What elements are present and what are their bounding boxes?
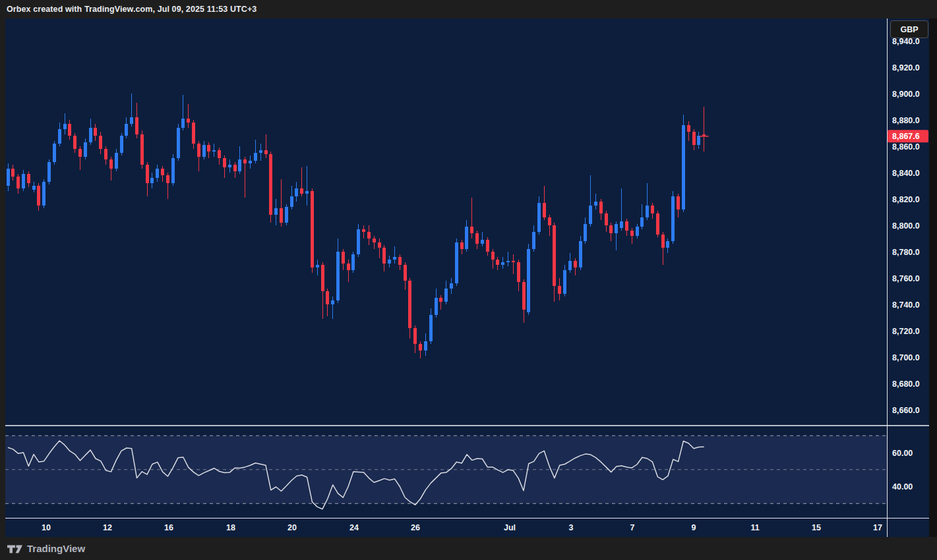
candle: [444, 289, 448, 302]
candle: [73, 136, 76, 149]
candle: [58, 129, 61, 144]
candle: [599, 202, 603, 213]
candle: [99, 136, 102, 149]
candle: [450, 283, 453, 289]
price-tick-label: 8,740.0: [892, 300, 920, 310]
candle: [156, 169, 159, 178]
time-tick-label: 20: [287, 523, 297, 532]
price-tick-label: 8,880.0: [892, 116, 920, 125]
candle: [362, 229, 365, 232]
time-tick-label: 9: [692, 523, 696, 532]
candle: [408, 281, 411, 328]
time-tick-label: Jul: [504, 523, 516, 532]
candle: [429, 315, 433, 341]
candle: [677, 196, 680, 210]
candle: [651, 206, 654, 213]
candle: [661, 235, 665, 248]
candle: [491, 252, 495, 260]
candle: [37, 186, 40, 206]
candle: [280, 208, 283, 223]
candle: [89, 128, 92, 142]
candle: [68, 124, 71, 136]
candle: [197, 144, 200, 157]
time-tick-label: 16: [164, 523, 173, 532]
time-tick-label: 26: [411, 523, 420, 532]
candle: [517, 262, 520, 282]
candle: [506, 261, 510, 262]
candle: [342, 252, 345, 264]
rsi-tick-label: 40.00: [892, 482, 913, 491]
candle: [78, 149, 82, 157]
candle: [455, 242, 458, 283]
candle: [84, 142, 87, 157]
bottom-bar: TradingView: [0, 537, 937, 560]
candle: [228, 165, 231, 167]
rsi-panel[interactable]: [5, 435, 887, 509]
candle: [393, 257, 396, 260]
chart-canvas[interactable]: 8,940.08,920.08,900.08,880.08,860.08,840…: [5, 18, 929, 537]
candle: [574, 261, 577, 267]
currency-button[interactable]: GBP: [890, 20, 928, 38]
title-bar: Orbex created with TradingView.com, Jul …: [0, 0, 937, 18]
time-tick-label: 15: [812, 523, 821, 532]
candle: [486, 240, 489, 252]
time-tick-label: 12: [103, 523, 112, 532]
candle: [357, 229, 360, 254]
candle: [527, 249, 530, 312]
candle: [636, 227, 639, 236]
candle: [326, 291, 329, 304]
tradingview-watermark[interactable]: TradingView: [27, 543, 85, 554]
price-tick-label: 8,760.0: [892, 274, 920, 283]
candle: [558, 286, 561, 294]
chart-attribution-text: Orbex created with TradingView.com, Jul …: [7, 5, 257, 14]
chart-window: Orbex created with TradingView.com, Jul …: [0, 0, 937, 560]
candle: [7, 169, 10, 186]
candle: [609, 225, 613, 233]
candle: [532, 232, 535, 249]
candle: [125, 124, 128, 136]
time-tick-label: 24: [349, 523, 359, 532]
candle: [522, 282, 526, 310]
candle: [553, 225, 556, 286]
time-tick-label: 3: [569, 523, 574, 532]
candle: [285, 207, 288, 223]
time-tick-label: 10: [42, 523, 51, 532]
candle: [594, 202, 597, 206]
candle: [109, 159, 113, 169]
candle: [682, 125, 685, 210]
candle: [187, 119, 190, 123]
tradingview-logo-icon[interactable]: [7, 543, 23, 555]
price-tick-label: 8,920.0: [892, 63, 920, 72]
candle: [501, 262, 504, 265]
candle: [388, 260, 391, 264]
candle: [460, 242, 464, 249]
candle: [305, 191, 309, 194]
time-tick-label: 11: [750, 523, 759, 532]
candle: [537, 203, 541, 232]
candle: [243, 159, 247, 163]
price-tick-label: 8,700.0: [892, 353, 920, 362]
candle: [269, 154, 272, 215]
candle: [336, 252, 340, 300]
candle: [692, 132, 696, 145]
candle: [16, 177, 20, 188]
candle: [300, 188, 303, 194]
candle: [321, 265, 324, 291]
candle: [146, 165, 149, 183]
price-tick-label: 8,660.0: [892, 406, 920, 415]
candle: [475, 233, 479, 244]
candle: [295, 188, 298, 196]
candle: [202, 145, 206, 157]
rsi-tick-label: 60.00: [892, 449, 913, 458]
candle: [22, 174, 25, 188]
right-scroll-strip: [929, 18, 937, 537]
candle: [640, 217, 644, 227]
candle: [512, 261, 515, 262]
candle: [218, 150, 221, 158]
candle: [563, 270, 566, 294]
candle: [212, 150, 216, 152]
candle: [140, 134, 144, 165]
price-tick-label: 8,820.0: [892, 195, 920, 204]
candle: [331, 300, 334, 304]
last-price-label: 8,867.6: [892, 132, 920, 141]
